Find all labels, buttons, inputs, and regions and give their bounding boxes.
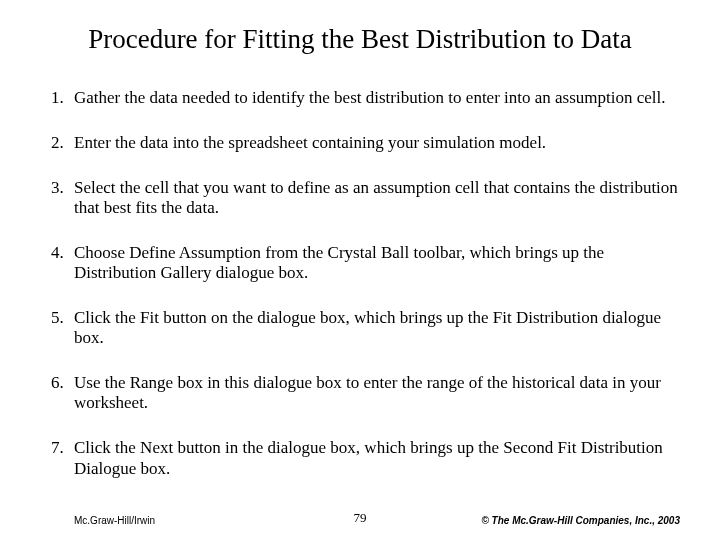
list-item: Choose Define Assumption from the Crysta… xyxy=(68,243,680,283)
list-item: Use the Range box in this dialogue box t… xyxy=(68,373,680,413)
slide-title: Procedure for Fitting the Best Distribut… xyxy=(0,24,720,55)
footer-copyright: © The Mc.Graw-Hill Companies, Inc., 2003 xyxy=(481,515,680,526)
slide-footer: Mc.Graw-Hill/Irwin 79 © The Mc.Graw-Hill… xyxy=(0,506,720,526)
list-item: Click the Fit button on the dialogue box… xyxy=(68,308,680,348)
list-item: Select the cell that you want to define … xyxy=(68,178,680,218)
list-item: Gather the data needed to identify the b… xyxy=(68,88,680,108)
slide: Procedure for Fitting the Best Distribut… xyxy=(0,0,720,540)
list-item: Enter the data into the spreadsheet cont… xyxy=(68,133,680,153)
procedure-list: Gather the data needed to identify the b… xyxy=(40,88,680,479)
list-item: Click the Next button in the dialogue bo… xyxy=(68,438,680,478)
slide-body: Gather the data needed to identify the b… xyxy=(40,88,680,504)
